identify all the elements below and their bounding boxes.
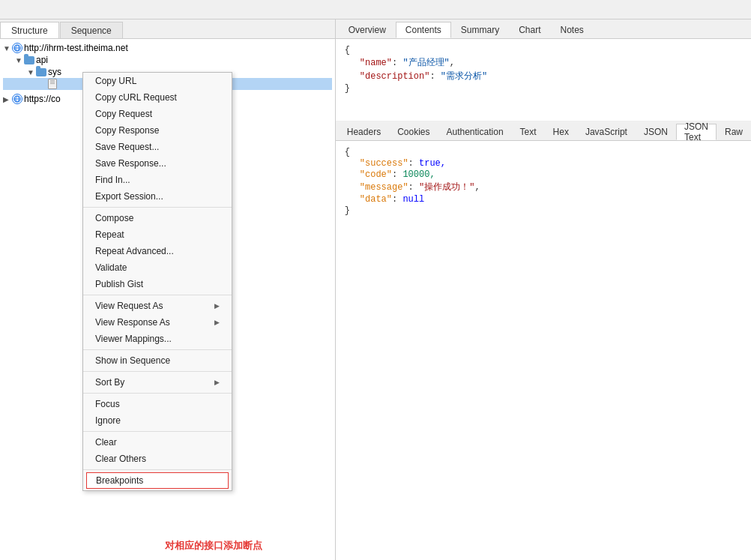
tab-contents[interactable]: Contents: [396, 22, 451, 38]
ctx-clear-others[interactable]: Clear Others: [83, 451, 232, 467]
tab-json[interactable]: JSON: [636, 124, 676, 140]
resp-line-2: "success": true,: [345, 158, 742, 169]
tab-json-text[interactable]: JSON Text: [676, 124, 717, 140]
tree-item-api[interactable]: ▼ api: [3, 54, 332, 66]
right-panel: Overview Contents Summary Chart Notes { …: [336, 19, 751, 560]
right-top-tab-bar: Overview Contents Summary Chart Notes: [336, 19, 751, 39]
ctx-copy-request[interactable]: Copy Request: [83, 106, 232, 122]
tab-sequence[interactable]: Sequence: [60, 22, 123, 38]
ctx-view-response-as[interactable]: View Response As: [83, 314, 232, 331]
tree-label-root1: http://ihrm-test.itheima.net: [24, 43, 128, 53]
req-line-3: "description": "需求分析": [345, 70, 742, 82]
resp-line-3: "code": 10000,: [345, 169, 742, 180]
ctx-validate[interactable]: Validate: [83, 259, 232, 276]
req-line-1: {: [345, 45, 742, 55]
ctx-view-request-as[interactable]: View Request As: [83, 298, 232, 314]
folder-icon-sys: [36, 68, 46, 76]
globe-icon-root1: [12, 43, 22, 53]
ctx-find-in[interactable]: Find In...: [83, 172, 232, 188]
request-body-area: { "name": "产品经理", "description": "需求分析" …: [336, 39, 751, 121]
expand-api[interactable]: ▼: [15, 56, 24, 64]
ctx-copy-response[interactable]: Copy Response: [83, 122, 232, 139]
tree-label-root2: https://co: [24, 94, 61, 104]
ctx-sep4: [83, 371, 232, 372]
ctx-save-request[interactable]: Save Request...: [83, 139, 232, 155]
response-body-area: { "success": true, "code": 10000, "messa…: [336, 141, 751, 560]
tab-summary[interactable]: Summary: [451, 22, 509, 38]
resp-line-5: "data": null: [345, 194, 742, 205]
tab-javascript[interactable]: JavaScript: [577, 124, 636, 140]
ctx-copy-curl[interactable]: Copy cURL Request: [83, 89, 232, 106]
ctx-copy-url[interactable]: Copy URL: [83, 73, 232, 89]
breakpoints-annotation: 对相应的接口添加断点: [165, 539, 262, 553]
ctx-sep2: [83, 295, 232, 295]
ctx-save-response[interactable]: Save Response...: [83, 155, 232, 172]
ctx-sep5: [83, 393, 232, 394]
context-menu: Copy URL Copy cURL Request Copy Request …: [82, 72, 232, 491]
file-icon: [48, 79, 57, 89]
resp-line-4: "message": "操作成功！",: [345, 181, 742, 193]
globe-icon-root2: [12, 94, 22, 104]
tab-cookies[interactable]: Cookies: [389, 124, 438, 140]
expand-root2[interactable]: ▶: [3, 95, 12, 103]
tree-label-api: api: [36, 55, 48, 65]
ctx-sort-by[interactable]: Sort By: [83, 374, 232, 391]
ctx-repeat-advanced[interactable]: Repeat Advanced...: [83, 243, 232, 259]
tab-hex[interactable]: Hex: [545, 124, 577, 140]
top-tab-bar: [0, 0, 751, 19]
left-panel: Structure Sequence ▼ http://ihrm-test.it…: [0, 19, 336, 560]
ctx-breakpoints[interactable]: Breakpoints: [86, 472, 229, 489]
main-layout: Structure Sequence ▼ http://ihrm-test.it…: [0, 19, 751, 560]
ctx-export-session[interactable]: Export Session...: [83, 188, 232, 205]
tab-chart[interactable]: Chart: [509, 22, 550, 38]
tab-authentication[interactable]: Authentication: [438, 124, 512, 140]
ctx-sep1: [83, 207, 232, 208]
ctx-publish-gist[interactable]: Publish Gist: [83, 276, 232, 292]
ctx-repeat[interactable]: Repeat: [83, 226, 232, 243]
req-line-4: }: [345, 83, 742, 94]
ctx-ignore[interactable]: Ignore: [83, 412, 232, 429]
ctx-compose[interactable]: Compose: [83, 210, 232, 226]
tree-item-root1[interactable]: ▼ http://ihrm-test.itheima.net: [3, 42, 332, 54]
tab-overview[interactable]: Overview: [339, 22, 396, 38]
tab-structure[interactable]: Structure: [0, 22, 59, 38]
tab-text[interactable]: Text: [512, 124, 545, 140]
folder-icon-api: [24, 56, 34, 64]
left-tab-bar: Structure Sequence: [0, 19, 335, 39]
response-tab-bar: Headers Cookies Authentication Text Hex …: [336, 121, 751, 141]
expand-root1[interactable]: ▼: [3, 44, 12, 52]
resp-line-6: }: [345, 205, 742, 216]
ctx-sep6: [83, 431, 232, 432]
ctx-focus[interactable]: Focus: [83, 396, 232, 412]
tab-raw[interactable]: Raw: [717, 124, 751, 140]
ctx-sep7: [83, 469, 232, 470]
resp-line-1: {: [345, 147, 742, 157]
ctx-clear[interactable]: Clear: [83, 434, 232, 451]
expand-sys[interactable]: ▼: [27, 68, 36, 76]
tab-headers[interactable]: Headers: [339, 124, 389, 140]
ctx-sep3: [83, 349, 232, 350]
tab-notes[interactable]: Notes: [551, 22, 594, 38]
ctx-show-in-sequence[interactable]: Show in Sequence: [83, 352, 232, 369]
ctx-viewer-mappings[interactable]: Viewer Mappings...: [83, 331, 232, 347]
tree-label-sys: sys: [48, 67, 61, 77]
req-line-2: "name": "产品经理",: [345, 56, 742, 69]
